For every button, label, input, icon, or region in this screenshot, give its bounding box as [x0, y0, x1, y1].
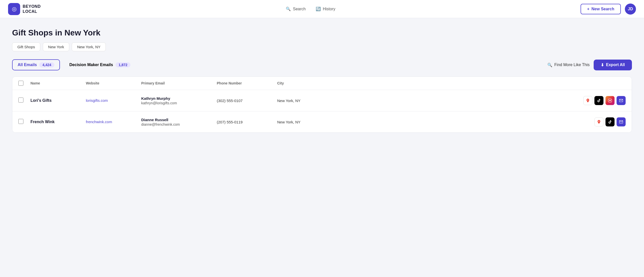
row-1-website[interactable]: lorisgifts.com [86, 98, 141, 103]
row-2-email: Dianne Russell dianne@frenchwink.com [141, 118, 217, 126]
row-2-phone: (207) 555-0119 [217, 120, 277, 124]
tag-new-york[interactable]: New York [43, 42, 69, 51]
tag-new-york-ny[interactable]: New York, NY [72, 42, 106, 51]
logo-text: BEYONDLOCAL [23, 4, 41, 14]
tab-decision-maker[interactable]: Decision Maker Emails 1,872 [64, 59, 136, 70]
search-nav-icon: 🔍 [286, 7, 291, 11]
find-more-label: Find More Like This [554, 63, 590, 67]
find-more-button[interactable]: 🔍 Find More Like This [547, 63, 590, 67]
logo-icon: ◎ [8, 3, 20, 15]
nav-search-link[interactable]: 🔍 Search [286, 7, 306, 11]
row-1-email-name: Kathryn Murphy [141, 96, 217, 101]
table-header: Name Website Primary Email Phone Number … [12, 77, 632, 90]
nav-right: + New Search JD [581, 4, 636, 15]
page-title: Gift Shops in New York [12, 28, 632, 37]
logo[interactable]: ◎ BEYONDLOCAL [8, 3, 41, 15]
navbar: ◎ BEYONDLOCAL 🔍 Search 🔄 History + New S… [0, 0, 644, 18]
row-2-city: New York, NY [277, 120, 323, 124]
tags-row: Gift Shops New York New York, NY [12, 42, 632, 51]
row-1-name: Lori's Gifts [30, 98, 86, 103]
tab-decision-maker-label: Decision Maker Emails [69, 63, 113, 67]
col-city: City [277, 81, 323, 86]
tab-all-emails-label: All Emails [18, 63, 37, 67]
tab-group: All Emails 4,424 Decision Maker Emails 1… [12, 59, 547, 70]
table-row: French Wink frenchwink.com Dianne Russel… [12, 111, 632, 132]
tab-decision-maker-badge: 1,872 [116, 62, 130, 67]
tab-all-emails-badge: 4,424 [39, 62, 54, 67]
row-2-maps-icon[interactable] [594, 117, 603, 126]
search-nav-label: Search [293, 7, 306, 11]
row-1-instagram-icon[interactable] [605, 96, 615, 105]
row-2-website[interactable]: frenchwink.com [86, 120, 141, 124]
row-2-email-name: Dianne Russell [141, 118, 217, 122]
row-1-maps-icon[interactable] [583, 96, 592, 105]
row-1-social-icons [323, 96, 626, 105]
row-2-checkbox[interactable] [18, 119, 30, 125]
col-socials [323, 81, 626, 86]
export-label: Export All [606, 63, 625, 67]
col-name: Name [30, 81, 86, 86]
export-button[interactable]: ⬇ Export All [594, 60, 632, 70]
new-search-button[interactable]: + New Search [581, 4, 621, 14]
row-2-email-icon[interactable] [617, 117, 626, 126]
row-1-email: Kathryn Murphy kathryn@lorisgifts.com [141, 96, 217, 105]
nav-center: 🔍 Search 🔄 History [41, 7, 580, 11]
col-phone: Phone Number [217, 81, 277, 86]
row-2-name: French Wink [30, 120, 86, 124]
row-1-phone: (302) 555-0107 [217, 99, 277, 103]
col-checkbox [18, 81, 30, 86]
row-2-social-icons [323, 117, 626, 126]
plus-icon: + [587, 7, 589, 11]
row-2-tiktok-icon[interactable] [605, 117, 615, 126]
row-1-email-icon[interactable] [617, 96, 626, 105]
tab-all-emails[interactable]: All Emails 4,424 [12, 59, 60, 70]
row-1-tiktok-icon[interactable] [594, 96, 603, 105]
results-table: Name Website Primary Email Phone Number … [12, 76, 632, 133]
row-2-email-address[interactable]: dianne@frenchwink.com [141, 122, 217, 126]
row-1-city: New York, NY [277, 99, 323, 103]
row-1-checkbox[interactable] [18, 98, 30, 104]
nav-history-link[interactable]: 🔄 History [316, 7, 335, 11]
tab-actions: 🔍 Find More Like This ⬇ Export All [547, 60, 632, 70]
user-avatar[interactable]: JD [625, 4, 636, 15]
tabs-row: All Emails 4,424 Decision Maker Emails 1… [12, 59, 632, 70]
find-more-icon: 🔍 [547, 63, 552, 67]
tag-gift-shops[interactable]: Gift Shops [12, 42, 40, 51]
history-nav-label: History [323, 7, 335, 11]
row-1-email-address[interactable]: kathryn@lorisgifts.com [141, 101, 217, 105]
avatar-initials: JD [628, 7, 633, 11]
col-email: Primary Email [141, 81, 217, 86]
select-all-checkbox[interactable] [18, 81, 23, 86]
history-nav-icon: 🔄 [316, 7, 321, 11]
col-website: Website [86, 81, 141, 86]
table-row: Lori's Gifts lorisgifts.com Kathryn Murp… [12, 90, 632, 111]
new-search-label: New Search [591, 7, 614, 11]
main-content: Gift Shops in New York Gift Shops New Yo… [0, 18, 644, 143]
export-icon: ⬇ [601, 63, 604, 67]
